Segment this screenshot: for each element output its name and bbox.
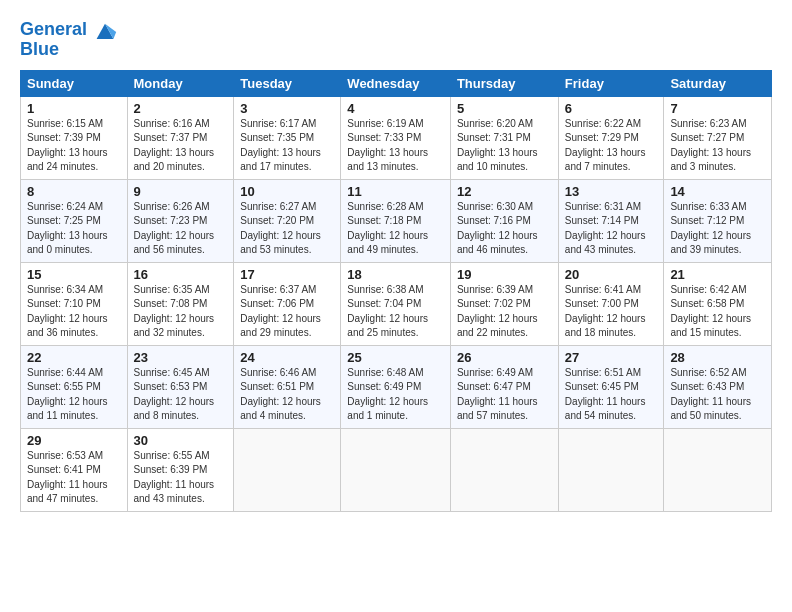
calendar-cell: 25Sunrise: 6:48 AM Sunset: 6:49 PM Dayli…: [341, 345, 451, 428]
day-info: Sunrise: 6:51 AM Sunset: 6:45 PM Dayligh…: [565, 366, 658, 424]
day-number: 3: [240, 101, 334, 116]
day-number: 8: [27, 184, 121, 199]
day-number: 11: [347, 184, 444, 199]
col-header-wednesday: Wednesday: [341, 70, 451, 96]
col-header-friday: Friday: [558, 70, 664, 96]
calendar-cell: [558, 428, 664, 511]
day-number: 12: [457, 184, 552, 199]
day-info: Sunrise: 6:48 AM Sunset: 6:49 PM Dayligh…: [347, 366, 444, 424]
day-info: Sunrise: 6:41 AM Sunset: 7:00 PM Dayligh…: [565, 283, 658, 341]
calendar-cell: 29Sunrise: 6:53 AM Sunset: 6:41 PM Dayli…: [21, 428, 128, 511]
day-number: 26: [457, 350, 552, 365]
day-info: Sunrise: 6:53 AM Sunset: 6:41 PM Dayligh…: [27, 449, 121, 507]
calendar-cell: 21Sunrise: 6:42 AM Sunset: 6:58 PM Dayli…: [664, 262, 772, 345]
day-number: 14: [670, 184, 765, 199]
calendar-cell: 30Sunrise: 6:55 AM Sunset: 6:39 PM Dayli…: [127, 428, 234, 511]
day-number: 17: [240, 267, 334, 282]
day-number: 16: [134, 267, 228, 282]
day-info: Sunrise: 6:45 AM Sunset: 6:53 PM Dayligh…: [134, 366, 228, 424]
col-header-sunday: Sunday: [21, 70, 128, 96]
page: General Blue SundayMondayTuesdayWednesda…: [0, 0, 792, 522]
day-number: 19: [457, 267, 552, 282]
day-number: 25: [347, 350, 444, 365]
calendar-cell: 15Sunrise: 6:34 AM Sunset: 7:10 PM Dayli…: [21, 262, 128, 345]
day-info: Sunrise: 6:24 AM Sunset: 7:25 PM Dayligh…: [27, 200, 121, 258]
day-info: Sunrise: 6:55 AM Sunset: 6:39 PM Dayligh…: [134, 449, 228, 507]
day-info: Sunrise: 6:22 AM Sunset: 7:29 PM Dayligh…: [565, 117, 658, 175]
day-number: 4: [347, 101, 444, 116]
day-number: 30: [134, 433, 228, 448]
calendar-header-row: SundayMondayTuesdayWednesdayThursdayFrid…: [21, 70, 772, 96]
calendar-cell: [450, 428, 558, 511]
day-info: Sunrise: 6:44 AM Sunset: 6:55 PM Dayligh…: [27, 366, 121, 424]
calendar-week-5: 29Sunrise: 6:53 AM Sunset: 6:41 PM Dayli…: [21, 428, 772, 511]
day-number: 23: [134, 350, 228, 365]
day-number: 24: [240, 350, 334, 365]
calendar-cell: 11Sunrise: 6:28 AM Sunset: 7:18 PM Dayli…: [341, 179, 451, 262]
day-info: Sunrise: 6:49 AM Sunset: 6:47 PM Dayligh…: [457, 366, 552, 424]
calendar-cell: 4Sunrise: 6:19 AM Sunset: 7:33 PM Daylig…: [341, 96, 451, 179]
calendar-cell: 5Sunrise: 6:20 AM Sunset: 7:31 PM Daylig…: [450, 96, 558, 179]
calendar-cell: 20Sunrise: 6:41 AM Sunset: 7:00 PM Dayli…: [558, 262, 664, 345]
calendar-cell: 28Sunrise: 6:52 AM Sunset: 6:43 PM Dayli…: [664, 345, 772, 428]
calendar-cell: 3Sunrise: 6:17 AM Sunset: 7:35 PM Daylig…: [234, 96, 341, 179]
calendar-cell: 1Sunrise: 6:15 AM Sunset: 7:39 PM Daylig…: [21, 96, 128, 179]
day-number: 1: [27, 101, 121, 116]
day-info: Sunrise: 6:34 AM Sunset: 7:10 PM Dayligh…: [27, 283, 121, 341]
day-number: 10: [240, 184, 334, 199]
day-info: Sunrise: 6:42 AM Sunset: 6:58 PM Dayligh…: [670, 283, 765, 341]
calendar-cell: 10Sunrise: 6:27 AM Sunset: 7:20 PM Dayli…: [234, 179, 341, 262]
day-info: Sunrise: 6:52 AM Sunset: 6:43 PM Dayligh…: [670, 366, 765, 424]
day-number: 6: [565, 101, 658, 116]
calendar-cell: 6Sunrise: 6:22 AM Sunset: 7:29 PM Daylig…: [558, 96, 664, 179]
calendar-cell: 13Sunrise: 6:31 AM Sunset: 7:14 PM Dayli…: [558, 179, 664, 262]
day-number: 5: [457, 101, 552, 116]
day-info: Sunrise: 6:27 AM Sunset: 7:20 PM Dayligh…: [240, 200, 334, 258]
header: General Blue: [20, 16, 772, 60]
day-info: Sunrise: 6:17 AM Sunset: 7:35 PM Dayligh…: [240, 117, 334, 175]
calendar-cell: 8Sunrise: 6:24 AM Sunset: 7:25 PM Daylig…: [21, 179, 128, 262]
day-info: Sunrise: 6:37 AM Sunset: 7:06 PM Dayligh…: [240, 283, 334, 341]
day-number: 28: [670, 350, 765, 365]
calendar-cell: 12Sunrise: 6:30 AM Sunset: 7:16 PM Dayli…: [450, 179, 558, 262]
calendar-cell: 19Sunrise: 6:39 AM Sunset: 7:02 PM Dayli…: [450, 262, 558, 345]
day-number: 15: [27, 267, 121, 282]
day-info: Sunrise: 6:16 AM Sunset: 7:37 PM Dayligh…: [134, 117, 228, 175]
calendar-cell: 7Sunrise: 6:23 AM Sunset: 7:27 PM Daylig…: [664, 96, 772, 179]
calendar-cell: 22Sunrise: 6:44 AM Sunset: 6:55 PM Dayli…: [21, 345, 128, 428]
col-header-saturday: Saturday: [664, 70, 772, 96]
day-number: 18: [347, 267, 444, 282]
calendar: SundayMondayTuesdayWednesdayThursdayFrid…: [20, 70, 772, 512]
calendar-cell: 27Sunrise: 6:51 AM Sunset: 6:45 PM Dayli…: [558, 345, 664, 428]
day-info: Sunrise: 6:39 AM Sunset: 7:02 PM Dayligh…: [457, 283, 552, 341]
day-number: 7: [670, 101, 765, 116]
day-info: Sunrise: 6:28 AM Sunset: 7:18 PM Dayligh…: [347, 200, 444, 258]
day-number: 20: [565, 267, 658, 282]
day-info: Sunrise: 6:26 AM Sunset: 7:23 PM Dayligh…: [134, 200, 228, 258]
col-header-tuesday: Tuesday: [234, 70, 341, 96]
day-info: Sunrise: 6:31 AM Sunset: 7:14 PM Dayligh…: [565, 200, 658, 258]
day-info: Sunrise: 6:20 AM Sunset: 7:31 PM Dayligh…: [457, 117, 552, 175]
calendar-cell: 26Sunrise: 6:49 AM Sunset: 6:47 PM Dayli…: [450, 345, 558, 428]
calendar-cell: [664, 428, 772, 511]
day-info: Sunrise: 6:38 AM Sunset: 7:04 PM Dayligh…: [347, 283, 444, 341]
logo-text: General: [20, 20, 87, 40]
calendar-cell: [341, 428, 451, 511]
day-info: Sunrise: 6:30 AM Sunset: 7:16 PM Dayligh…: [457, 200, 552, 258]
logo: General Blue: [20, 16, 119, 60]
calendar-week-2: 8Sunrise: 6:24 AM Sunset: 7:25 PM Daylig…: [21, 179, 772, 262]
calendar-cell: 18Sunrise: 6:38 AM Sunset: 7:04 PM Dayli…: [341, 262, 451, 345]
calendar-week-4: 22Sunrise: 6:44 AM Sunset: 6:55 PM Dayli…: [21, 345, 772, 428]
calendar-cell: 9Sunrise: 6:26 AM Sunset: 7:23 PM Daylig…: [127, 179, 234, 262]
day-info: Sunrise: 6:23 AM Sunset: 7:27 PM Dayligh…: [670, 117, 765, 175]
day-number: 27: [565, 350, 658, 365]
calendar-cell: 16Sunrise: 6:35 AM Sunset: 7:08 PM Dayli…: [127, 262, 234, 345]
day-number: 29: [27, 433, 121, 448]
day-number: 13: [565, 184, 658, 199]
calendar-cell: 24Sunrise: 6:46 AM Sunset: 6:51 PM Dayli…: [234, 345, 341, 428]
day-number: 2: [134, 101, 228, 116]
calendar-week-3: 15Sunrise: 6:34 AM Sunset: 7:10 PM Dayli…: [21, 262, 772, 345]
calendar-cell: 23Sunrise: 6:45 AM Sunset: 6:53 PM Dayli…: [127, 345, 234, 428]
day-number: 21: [670, 267, 765, 282]
calendar-cell: [234, 428, 341, 511]
